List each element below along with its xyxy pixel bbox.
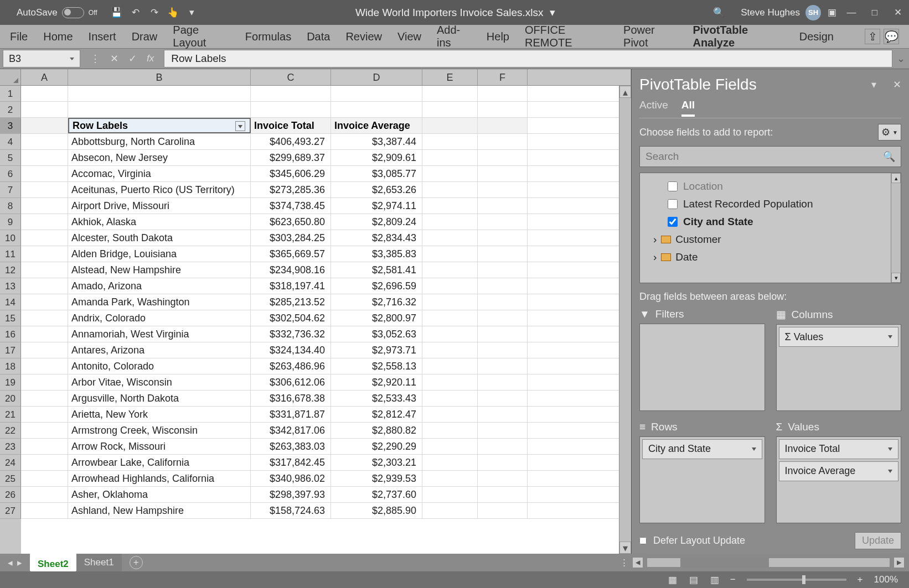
cell[interactable]: Arrow Rock, Missouri bbox=[68, 439, 251, 454]
ribbon-tab-file[interactable]: File bbox=[10, 30, 28, 43]
select-all-button[interactable] bbox=[0, 69, 21, 86]
cell[interactable] bbox=[21, 118, 68, 133]
cell[interactable]: $332,736.32 bbox=[251, 326, 331, 342]
cell[interactable]: $2,696.59 bbox=[331, 278, 422, 294]
cell[interactable]: $316,678.38 bbox=[251, 391, 331, 406]
expand-icon[interactable]: › bbox=[653, 233, 657, 246]
cell[interactable] bbox=[478, 326, 528, 342]
chevron-down-icon[interactable] bbox=[888, 335, 892, 339]
cell[interactable] bbox=[478, 294, 528, 310]
cell[interactable] bbox=[422, 423, 478, 438]
cell[interactable]: Asher, Oklahoma bbox=[68, 487, 251, 502]
cell[interactable] bbox=[21, 230, 68, 246]
name-box-dropdown-icon[interactable] bbox=[70, 58, 74, 60]
scroll-up-icon[interactable]: ▴ bbox=[891, 173, 901, 183]
cell[interactable]: $2,581.41 bbox=[331, 262, 422, 278]
cell[interactable] bbox=[251, 86, 331, 101]
ribbon-tab-data[interactable]: Data bbox=[307, 30, 330, 43]
cell[interactable] bbox=[478, 166, 528, 181]
cell[interactable]: Argusville, North Dakota bbox=[68, 391, 251, 406]
cell[interactable] bbox=[422, 86, 478, 101]
ribbon-tab-addins[interactable]: Add-ins bbox=[437, 24, 471, 49]
ribbon-tab-design[interactable]: Design bbox=[799, 30, 834, 43]
cell[interactable]: Accomac, Virginia bbox=[68, 166, 251, 181]
cell[interactable] bbox=[21, 374, 68, 390]
close-icon[interactable]: ✕ bbox=[892, 7, 903, 18]
horizontal-scrollbar[interactable] bbox=[647, 558, 890, 568]
cell[interactable] bbox=[422, 487, 478, 502]
cell-grid[interactable]: Row LabelsInvoice TotalInvoice AverageAb… bbox=[21, 86, 619, 554]
search-input[interactable] bbox=[645, 150, 883, 163]
cell[interactable]: Andrix, Colorado bbox=[68, 310, 251, 326]
row-header[interactable]: 10 bbox=[0, 230, 21, 246]
cell[interactable]: $317,842.45 bbox=[251, 455, 331, 470]
cell[interactable] bbox=[21, 150, 68, 165]
cell[interactable] bbox=[21, 326, 68, 342]
cell[interactable] bbox=[422, 102, 478, 117]
cell[interactable] bbox=[422, 198, 478, 214]
column-header-c[interactable]: C bbox=[251, 69, 331, 86]
cell[interactable]: $3,387.44 bbox=[331, 134, 422, 149]
values-area[interactable]: ΣValues Invoice Total Invoice Average bbox=[776, 421, 902, 524]
cell[interactable] bbox=[478, 86, 528, 101]
cell[interactable] bbox=[422, 503, 478, 518]
cell[interactable]: $2,834.43 bbox=[331, 230, 422, 246]
cell[interactable]: $2,303.21 bbox=[331, 455, 422, 470]
cell[interactable] bbox=[478, 150, 528, 165]
cell[interactable]: $623,650.80 bbox=[251, 214, 331, 230]
cell[interactable]: Invoice Total bbox=[251, 118, 331, 133]
cell[interactable] bbox=[422, 310, 478, 326]
cell[interactable]: $306,612.06 bbox=[251, 374, 331, 390]
cell[interactable] bbox=[422, 214, 478, 230]
scroll-left-icon[interactable]: ◂ bbox=[632, 557, 643, 568]
cell[interactable] bbox=[478, 391, 528, 406]
cell[interactable] bbox=[478, 182, 528, 197]
zoom-level[interactable]: 100% bbox=[874, 574, 898, 585]
row-header[interactable]: 19 bbox=[0, 374, 21, 391]
cell[interactable] bbox=[21, 310, 68, 326]
cell[interactable] bbox=[21, 423, 68, 438]
field-list-scrollbar[interactable]: ▴ ▾ bbox=[891, 173, 901, 283]
cell[interactable]: $342,817.06 bbox=[251, 423, 331, 438]
row-header[interactable]: 20 bbox=[0, 391, 21, 407]
cell[interactable]: $340,986.02 bbox=[251, 471, 331, 486]
cell[interactable] bbox=[422, 471, 478, 486]
cell[interactable] bbox=[21, 358, 68, 374]
comments-icon[interactable]: 💬 bbox=[884, 29, 899, 44]
row-header[interactable]: 1 bbox=[0, 86, 21, 102]
pane-dropdown-icon[interactable]: ▾ bbox=[871, 79, 876, 91]
cell[interactable]: $3,052.63 bbox=[331, 326, 422, 342]
ribbon-tab-page-layout[interactable]: Page Layout bbox=[173, 24, 230, 49]
cell[interactable] bbox=[422, 407, 478, 422]
row-header[interactable]: 12 bbox=[0, 262, 21, 278]
cell[interactable] bbox=[21, 134, 68, 149]
cell[interactable] bbox=[21, 166, 68, 181]
column-header-e[interactable]: E bbox=[422, 69, 478, 86]
cell[interactable]: $2,939.53 bbox=[331, 471, 422, 486]
undo-icon[interactable]: ↶ bbox=[130, 7, 141, 18]
cell[interactable]: $2,909.61 bbox=[331, 150, 422, 165]
scroll-down-icon[interactable]: ▾ bbox=[891, 273, 901, 283]
scroll-up-icon[interactable]: ▴ bbox=[619, 86, 631, 98]
cell[interactable]: $299,689.37 bbox=[251, 150, 331, 165]
row-header[interactable]: 17 bbox=[0, 342, 21, 358]
cell[interactable] bbox=[422, 278, 478, 294]
cell[interactable]: $2,974.11 bbox=[331, 198, 422, 214]
cell[interactable] bbox=[422, 439, 478, 454]
row-header[interactable]: 15 bbox=[0, 310, 21, 326]
filters-dropzone[interactable] bbox=[639, 324, 765, 411]
cell[interactable]: $234,908.16 bbox=[251, 262, 331, 278]
maximize-icon[interactable]: □ bbox=[869, 7, 880, 18]
cell[interactable]: $2,800.97 bbox=[331, 310, 422, 326]
cell[interactable] bbox=[478, 487, 528, 502]
cell[interactable] bbox=[21, 439, 68, 454]
cell[interactable]: Ashland, New Hampshire bbox=[68, 503, 251, 518]
cell[interactable] bbox=[478, 423, 528, 438]
row-header[interactable]: 18 bbox=[0, 358, 21, 374]
checkbox-city-state[interactable] bbox=[668, 217, 678, 227]
title-dropdown-icon[interactable]: ▾ bbox=[550, 7, 555, 18]
rows-area[interactable]: ≡Rows City and State bbox=[639, 421, 765, 524]
cell[interactable] bbox=[478, 278, 528, 294]
cell[interactable] bbox=[478, 471, 528, 486]
cell[interactable]: $303,284.25 bbox=[251, 230, 331, 246]
